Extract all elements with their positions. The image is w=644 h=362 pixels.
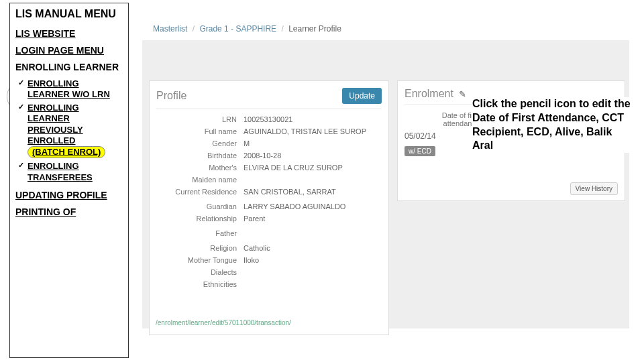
fullname-value: AGUINALDO, TRISTAN LEE SUROP: [244, 127, 382, 135]
birthdate-label: Birthdate: [156, 152, 244, 160]
check-icon: ✓: [18, 103, 24, 112]
profile-card: Profile Update LRN100253130021 Full name…: [149, 80, 389, 335]
fullname-label: Full name: [156, 127, 244, 135]
relationship-value: Parent: [244, 215, 382, 223]
sidebar-item-label: ENROLLING LEARNER W/O LRN: [28, 78, 110, 99]
annotation-callout: Click the pencil icon to edit the Date o…: [472, 97, 632, 153]
sidebar-item-highlight: (BATCH ENROL): [28, 146, 105, 158]
panel-background: Profile Update LRN100253130021 Full name…: [142, 40, 629, 328]
ecd-badge: w/ ECD: [405, 146, 435, 156]
update-button[interactable]: Update: [342, 88, 382, 104]
main-area: Masterlist / Grade 1 - SAPPHIRE / Learne…: [134, 0, 639, 362]
breadcrumb-masterlist[interactable]: Masterlist: [153, 24, 187, 34]
religion-label: Religion: [156, 244, 244, 252]
lrn-value: 100253130021: [244, 115, 382, 123]
sidebar-link-login[interactable]: LOGIN PAGE MENU: [15, 45, 123, 56]
ethnicities-value: [244, 280, 382, 288]
maiden-label: Maiden name: [156, 176, 244, 184]
ethnicities-label: Ethnicities: [156, 280, 244, 288]
religion-value: Catholic: [244, 244, 382, 252]
sidebar-item-enrol-wo-lrn[interactable]: ✓ ENROLLING LEARNER W/O LRN: [18, 78, 123, 101]
sidebar-item-enrol-batch[interactable]: ✓ ENROLLING LEARNER PREVIOUSLY ENROLLED …: [18, 103, 123, 158]
sidebar-item-enrol-transferees[interactable]: ✓ ENROLLING TRANSFEREES: [18, 161, 123, 183]
father-label: Father: [156, 229, 244, 237]
guardian-label: Guardian: [156, 202, 244, 210]
breadcrumb: Masterlist / Grade 1 - SAPPHIRE / Learne…: [153, 24, 341, 34]
breadcrumb-sep: /: [281, 24, 283, 34]
breadcrumb-current: Learner Profile: [288, 24, 341, 34]
dialects-value: [244, 268, 382, 276]
residence-label: Current Residence: [156, 188, 244, 196]
profile-title: Profile: [156, 90, 186, 102]
pencil-icon[interactable]: ✎: [459, 89, 466, 99]
enrolment-title: Enrolment: [405, 88, 453, 100]
tongue-value: Iloko: [244, 256, 382, 264]
sidebar-title: LIS MANUAL MENU: [15, 7, 123, 20]
mother-label: Mother's: [156, 164, 244, 172]
relationship-label: Relationship: [156, 215, 244, 223]
sidebar-item-label: ENROLLING LEARNER PREVIOUSLY ENROLLED: [28, 103, 83, 145]
gender-value: M: [244, 139, 382, 147]
breadcrumb-grade[interactable]: Grade 1 - SAPPHIRE: [199, 24, 276, 34]
first-attendance-value: 05/02/14: [405, 131, 436, 141]
dialects-label: Dialects: [156, 268, 244, 276]
gender-label: Gender: [156, 139, 244, 147]
sidebar-head-enrolling: ENROLLING LEARNER: [15, 62, 123, 73]
breadcrumb-sep: /: [193, 24, 195, 34]
tongue-label: Mother Tongue: [156, 256, 244, 264]
view-history-button[interactable]: View History: [570, 182, 618, 195]
url-bar: /enrolment/learner/edit/57011000/transac…: [156, 319, 291, 326]
residence-value: SAN CRISTOBAL, SARRAT: [244, 188, 382, 196]
maiden-value: [244, 176, 382, 184]
sidebar: LIS MANUAL MENU LIS WEBSITE LOGIN PAGE M…: [9, 3, 129, 358]
sidebar-link-printing[interactable]: PRINTING OF: [15, 206, 123, 218]
lrn-label: LRN: [156, 115, 244, 123]
check-icon: ✓: [18, 161, 24, 170]
sidebar-link-website[interactable]: LIS WEBSITE: [15, 28, 123, 40]
sidebar-item-label: ENROLLING TRANSFEREES: [28, 161, 93, 182]
guardian-value: LARRY SABADO AGUINALDO: [244, 202, 382, 210]
mother-value: ELVIRA DE LA CRUZ SUROP: [244, 164, 382, 172]
birthdate-value: 2008-10-28: [244, 152, 382, 160]
sidebar-link-updating[interactable]: UPDATING PROFILE: [15, 190, 123, 201]
check-icon: ✓: [18, 78, 24, 88]
father-value: [244, 229, 382, 237]
